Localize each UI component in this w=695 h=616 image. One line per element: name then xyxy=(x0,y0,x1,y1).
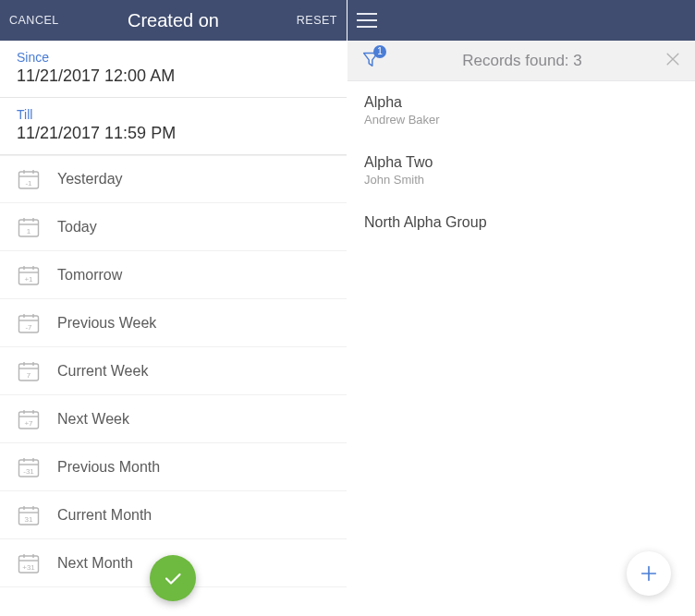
preset-label: Next Week xyxy=(57,411,129,428)
list-item[interactable]: AlphaAndrew Baker xyxy=(348,81,695,141)
svg-text:-7: -7 xyxy=(25,322,32,331)
preset-row[interactable]: +7 Next Week xyxy=(0,395,347,443)
record-title: North Alpha Group xyxy=(364,214,678,231)
record-title: Alpha Two xyxy=(364,154,678,171)
preset-label: Today xyxy=(57,219,97,236)
preset-row[interactable]: +1 Tomorrow xyxy=(0,251,347,299)
cancel-button[interactable]: CANCEL xyxy=(9,14,59,27)
svg-text:-1: -1 xyxy=(25,179,32,187)
calendar-icon: 7 xyxy=(17,359,41,383)
records-list: AlphaAndrew BakerAlpha TwoJohn SmithNort… xyxy=(348,81,695,248)
close-icon xyxy=(664,50,682,68)
svg-text:+7: +7 xyxy=(24,418,33,427)
since-value: 11/21/2017 12:00 AM xyxy=(17,66,330,86)
since-label: Since xyxy=(17,50,330,65)
calendar-icon: +7 xyxy=(17,407,41,431)
svg-text:+1: +1 xyxy=(24,274,33,283)
preset-list: -1 Yesterday 1 Today +1 Tomorrow -7 Prev… xyxy=(0,155,347,587)
preset-row[interactable]: 1 Today xyxy=(0,203,347,251)
preset-label: Previous Month xyxy=(57,459,160,476)
svg-text:+31: +31 xyxy=(22,562,35,571)
add-button[interactable] xyxy=(627,551,671,596)
preset-label: Current Month xyxy=(57,507,152,524)
plus-icon xyxy=(639,563,659,584)
till-value: 11/21/2017 11:59 PM xyxy=(17,124,330,143)
calendar-icon: +31 xyxy=(17,551,41,575)
svg-text:31: 31 xyxy=(25,514,33,523)
calendar-icon: -1 xyxy=(17,167,41,191)
preset-row[interactable]: 7 Current Week xyxy=(0,347,347,395)
record-subtitle: Andrew Baker xyxy=(364,113,678,127)
preset-label: Next Month xyxy=(57,555,133,572)
calendar-icon: +1 xyxy=(17,263,41,287)
reset-button[interactable]: RESET xyxy=(297,14,337,27)
calendar-icon: -7 xyxy=(17,311,41,335)
list-item[interactable]: Alpha TwoJohn Smith xyxy=(348,141,695,201)
preset-row[interactable]: -7 Previous Week xyxy=(0,299,347,347)
confirm-button[interactable] xyxy=(150,555,196,601)
preset-label: Previous Week xyxy=(57,315,156,332)
svg-text:-31: -31 xyxy=(23,466,34,475)
preset-label: Yesterday xyxy=(57,171,123,187)
till-field[interactable]: Till 11/21/2017 11:59 PM xyxy=(0,98,347,155)
svg-text:7: 7 xyxy=(27,370,31,379)
records-pane: 1 Records found: 3 AlphaAndrew BakerAlph… xyxy=(348,0,695,616)
menu-button[interactable] xyxy=(357,12,377,29)
right-topbar xyxy=(348,0,695,41)
calendar-icon: 31 xyxy=(17,503,41,527)
preset-row[interactable]: 31 Current Month xyxy=(0,491,347,539)
list-item[interactable]: North Alpha Group xyxy=(348,201,695,248)
preset-label: Current Week xyxy=(57,363,148,380)
filter-badge: 1 xyxy=(373,45,386,58)
till-label: Till xyxy=(17,107,330,122)
preset-row[interactable]: -1 Yesterday xyxy=(0,155,347,203)
preset-label: Tomorrow xyxy=(57,267,122,284)
calendar-icon: 1 xyxy=(17,215,41,239)
check-icon xyxy=(162,567,184,589)
filter-bar: 1 Records found: 3 xyxy=(348,41,695,81)
svg-text:1: 1 xyxy=(27,226,31,235)
filter-button[interactable]: 1 xyxy=(360,49,381,73)
calendar-icon: -31 xyxy=(17,455,41,479)
clear-filter-button[interactable] xyxy=(664,50,682,72)
preset-row[interactable]: -31 Previous Month xyxy=(0,443,347,491)
left-topbar: CANCEL Created on RESET xyxy=(0,0,347,41)
since-field[interactable]: Since 11/21/2017 12:00 AM xyxy=(0,41,347,98)
record-title: Alpha xyxy=(364,94,678,111)
record-subtitle: John Smith xyxy=(364,173,678,187)
records-found-label: Records found: 3 xyxy=(381,52,664,70)
date-filter-pane: CANCEL Created on RESET Since 11/21/2017… xyxy=(0,0,348,616)
